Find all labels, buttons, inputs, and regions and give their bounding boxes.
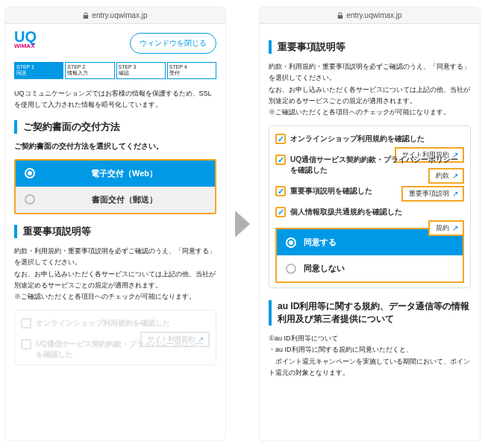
lock-icon <box>337 12 343 19</box>
terms-link[interactable]: 約款↗ <box>428 168 464 184</box>
ssl-notice: UQコミュニケーションズではお客様の情報を保護するため、SSLを使用して入力され… <box>14 88 216 110</box>
check-online-terms[interactable]: オンラインショップ利用規約を確認した サイト利用規約↗ <box>21 318 210 329</box>
transition-arrow <box>234 211 251 237</box>
option-label: 同意する <box>304 237 337 248</box>
option-label: 書面交付（郵送） <box>43 194 206 205</box>
delivery-radio-group: 電子交付（Web） 書面交付（郵送） <box>14 159 216 214</box>
important-note: 約款・利用規約・重要事項説明を必ずご確認のうえ、「同意する」を選択してください。… <box>269 61 471 118</box>
disagree-option[interactable]: 同意しない <box>277 255 463 281</box>
step-indicator: STEP 1同意 STEP 2情報入力 STEP 3確認 STEP 4受付 <box>14 62 216 79</box>
option-label: 同意しない <box>304 263 345 274</box>
auid-body: ①au ID利用等について ・au ID利用等に関する規約に同意いただくと、 ポ… <box>269 333 471 379</box>
check-privacy-terms[interactable]: 個人情報取扱共通規約を確認した 規約↗ <box>275 207 464 217</box>
delivery-option-mail[interactable]: 書面交付（郵送） <box>16 187 215 213</box>
radio-icon <box>286 237 296 248</box>
external-icon: ↗ <box>452 190 458 198</box>
auid-heading: au ID利用等に関する規約、データ通信等の情報利用及び第三者提供について <box>269 300 471 326</box>
radio-icon <box>25 194 35 205</box>
checkbox-icon <box>275 134 286 144</box>
left-screenshot: entry.uqwimax.jp ウィンドウを閉じる UQWiMAX STEP … <box>4 7 226 441</box>
url-text: entry.uqwimax.jp <box>92 11 147 19</box>
url-text: entry.uqwimax.jp <box>346 11 401 19</box>
checkbox-icon <box>21 318 31 329</box>
check-service-terms[interactable]: UQ通信サービス契約約款・プライバシーポリシーを確認した 約款↗ <box>275 155 464 175</box>
checkbox-icon <box>275 207 286 217</box>
url-bar: entry.uqwimax.jp <box>5 7 225 24</box>
terms-link[interactable]: 規約↗ <box>428 220 464 236</box>
checkbox-icon <box>275 186 286 196</box>
lock-icon <box>83 12 89 19</box>
external-icon: ↗ <box>452 172 458 180</box>
step-1: STEP 1同意 <box>14 62 63 79</box>
radio-icon <box>286 264 296 274</box>
step-3: STEP 3確認 <box>116 62 166 79</box>
step-4: STEP 4受付 <box>167 62 216 79</box>
important-note: 約款・利用規約・重要事項説明を必ずご確認のうえ、「同意する」を選択してください。… <box>14 246 216 302</box>
delivery-subheading: ご契約書面の交付方法を選択してください。 <box>14 141 216 152</box>
agree-radio-group: 同意する 同意しない <box>275 228 464 283</box>
arrow-icon <box>235 211 250 237</box>
check-service-terms[interactable]: UQ通信サービス契約約款・プライバシーポリシーを確認した <box>21 339 210 360</box>
external-icon: ↗ <box>452 224 458 232</box>
check-online-terms[interactable]: オンラインショップ利用規約を確認した サイト利用規約↗ <box>275 134 464 144</box>
radio-icon <box>25 168 35 178</box>
checkbox-icon <box>21 339 31 349</box>
important-heading: 重要事項説明等 <box>269 40 471 54</box>
delivery-heading: ご契約書面の交付方法 <box>14 120 216 134</box>
option-label: 電子交付（Web） <box>43 168 206 179</box>
agreement-checklist: オンラインショップ利用規約を確認した サイト利用規約↗ UQ通信サービス契約約款… <box>14 310 216 365</box>
right-screenshot: entry.uqwimax.jp 重要事項説明等 約款・利用規約・重要事項説明を… <box>259 7 481 441</box>
important-heading: 重要事項説明等 <box>14 225 216 238</box>
checkbox-icon <box>275 155 286 165</box>
delivery-option-web[interactable]: 電子交付（Web） <box>16 161 215 187</box>
agreement-checklist: オンラインショップ利用規約を確認した サイト利用規約↗ UQ通信サービス契約約款… <box>269 125 471 288</box>
terms-link[interactable]: 重要事項説明↗ <box>401 186 464 202</box>
url-bar: entry.uqwimax.jp <box>260 7 480 24</box>
close-window-button[interactable]: ウィンドウを閉じる <box>130 33 216 54</box>
check-important-matters[interactable]: 重要事項説明を確認した 重要事項説明↗ <box>275 186 464 196</box>
step-2: STEP 2情報入力 <box>65 62 114 79</box>
